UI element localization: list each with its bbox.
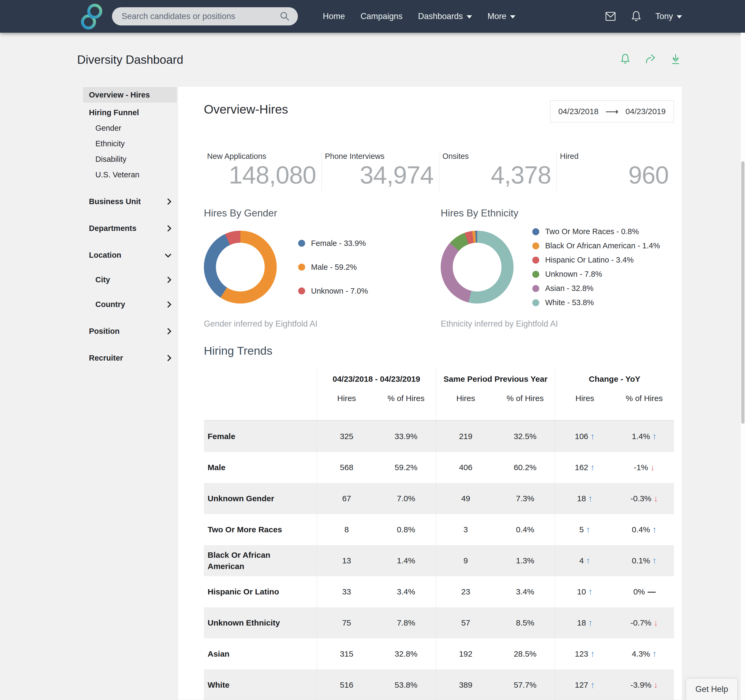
table-row: Black Or African American 13 1.4% 9 1.3%… <box>204 545 674 576</box>
legend-item-white[interactable]: White - 53.8% <box>532 298 660 307</box>
legend-item-female[interactable]: Female - 33.9% <box>298 239 368 248</box>
legend-item-black-or-african-american[interactable]: Black Or African American - 1.4% <box>532 241 660 250</box>
search-input[interactable] <box>122 12 278 21</box>
table-row: Asian 315 32.8% 192 28.5% 123↑ 4.3%↑ <box>204 639 674 670</box>
gender-legend: Female - 33.9% Male - 59.2% Unknown - 7.… <box>298 239 368 296</box>
dashboard-sidebar: Overview - Hires Hiring Funnel Gender Et… <box>83 87 177 366</box>
trend-arrow-icon: ↑ <box>591 649 595 659</box>
chevron-right-icon <box>165 328 171 334</box>
trend-arrow-icon: ↓ <box>654 618 658 628</box>
trend-arrow-icon: ↑ <box>588 494 592 504</box>
table-row: Female 325 33.9% 219 32.5% 106↑ 1.4%↑ <box>204 421 674 452</box>
chevron-down-icon <box>510 15 515 18</box>
trend-arrow-icon: ↑ <box>652 649 657 659</box>
filter-recruiter[interactable]: Recruiter <box>83 350 177 366</box>
date-end: 04/23/2019 <box>625 107 666 116</box>
trend-arrow-icon: ↓ <box>654 494 658 504</box>
legend-item-asian[interactable]: Asian - 32.8% <box>532 284 660 293</box>
filter-location[interactable]: Location <box>83 247 177 263</box>
ethnicity-caption: Ethnicity inferred by Eightfold AI <box>441 319 674 329</box>
sidebar-item-hiring-funnel[interactable]: Hiring Funnel <box>83 105 177 120</box>
table-row: Hispanic Or Latino 33 3.4% 23 3.4% 10↑ 0… <box>204 576 674 607</box>
top-navbar: Home Campaigns Dashboards More Tony <box>0 0 745 33</box>
trend-arrow-icon: ↑ <box>591 431 595 441</box>
hiring-trends-table: 04/23/2018 - 04/23/2019 Same Period Prev… <box>204 368 674 700</box>
dashboard-actions <box>619 52 682 66</box>
hires-by-gender-chart: Hires By Gender Female - 33.9% Male - 59… <box>204 208 441 329</box>
legend-dot-icon <box>532 299 539 306</box>
column-group-change-yoy: Change - YoY <box>555 368 674 390</box>
mail-icon[interactable] <box>604 10 617 23</box>
trend-arrow-icon: ↑ <box>588 618 592 628</box>
arrow-right-icon: ⟶ <box>606 106 619 117</box>
nav-right-cluster: Tony <box>604 0 682 33</box>
chevron-right-icon <box>165 198 171 205</box>
gender-donut-chart[interactable] <box>204 231 277 304</box>
chevron-right-icon <box>165 355 171 361</box>
trend-arrow-icon: ↑ <box>652 556 657 566</box>
sidebar-item-gender[interactable]: Gender <box>83 120 177 136</box>
share-icon[interactable] <box>644 52 657 66</box>
chevron-right-icon <box>165 301 171 308</box>
legend-item-unknown-gender[interactable]: Unknown - 7.0% <box>298 287 368 296</box>
table-row: Unknown Gender 67 7.0% 49 7.3% 18↑ -0.3%… <box>204 483 674 514</box>
hiring-trends-title: Hiring Trends <box>204 344 674 357</box>
user-menu[interactable]: Tony <box>655 12 682 21</box>
bell-icon[interactable] <box>630 10 643 23</box>
overview-hires-panel: Overview-Hires 04/23/2018 ⟶ 04/23/2019 N… <box>178 86 682 700</box>
chevron-down-icon <box>165 251 171 257</box>
nav-more[interactable]: More <box>488 12 516 21</box>
scrollbar-thumb[interactable] <box>741 161 745 424</box>
ethnicity-donut-chart[interactable] <box>441 231 513 304</box>
date-range-picker[interactable]: 04/23/2018 ⟶ 04/23/2019 <box>550 100 674 123</box>
filter-business-unit[interactable]: Business Unit <box>83 194 177 209</box>
nav-home[interactable]: Home <box>323 12 345 21</box>
table-row: Unknown Ethnicity 75 7.8% 57 8.5% 18↑ -0… <box>204 607 674 639</box>
get-help-button[interactable]: Get Help <box>686 678 738 700</box>
trend-arrow-icon: ↑ <box>591 462 595 473</box>
table-header-groups: 04/23/2018 - 04/23/2019 Same Period Prev… <box>204 368 674 390</box>
filter-city[interactable]: City <box>83 272 177 287</box>
filter-country[interactable]: Country <box>83 296 177 312</box>
nav-campaigns[interactable]: Campaigns <box>361 12 402 21</box>
legend-dot-icon <box>298 287 305 295</box>
trend-arrow-icon: ↑ <box>652 431 657 441</box>
table-row: Male 568 59.2% 406 60.2% 162↑ -1%↓ <box>204 452 674 483</box>
chart-title: Hires By Gender <box>204 208 441 219</box>
trend-arrow-icon: ↑ <box>588 587 592 597</box>
column-group-current-period: 04/23/2018 - 04/23/2019 <box>317 368 436 390</box>
legend-dot-icon <box>532 257 539 263</box>
legend-dot-icon <box>532 242 539 250</box>
sidebar-item-overview-hires[interactable]: Overview - Hires <box>83 87 177 103</box>
legend-item-male[interactable]: Male - 59.2% <box>298 263 368 272</box>
scrollbar-track[interactable] <box>741 33 745 700</box>
legend-dot-icon <box>532 271 539 278</box>
stat-phone-interviews: Phone Interviews 34,974 <box>322 151 439 191</box>
sidebar-item-us-veteran[interactable]: U.S. Veteran <box>83 167 177 182</box>
hires-by-ethnicity-chart: Hires By Ethnicity Two Or More Races - 0… <box>441 208 674 329</box>
chevron-down-icon <box>677 15 682 18</box>
trend-arrow-icon: ↑ <box>652 525 657 535</box>
sidebar-item-ethnicity[interactable]: Ethnicity <box>83 136 177 151</box>
subscribe-bell-icon[interactable] <box>619 52 631 66</box>
filter-departments[interactable]: Departments <box>83 220 177 236</box>
ethnicity-legend: Two Or More Races - 0.8% Black Or Africa… <box>532 227 660 307</box>
date-start: 04/23/2018 <box>558 107 598 116</box>
legend-dot-icon <box>532 228 539 235</box>
trend-arrow-icon: ↓ <box>654 680 658 690</box>
nav-dashboards[interactable]: Dashboards <box>418 12 472 21</box>
chevron-right-icon <box>165 225 171 232</box>
legend-item-unknown-ethnicity[interactable]: Unknown - 7.8% <box>532 270 660 278</box>
sidebar-item-disability[interactable]: Disability <box>83 151 177 167</box>
eightfold-logo-icon[interactable] <box>79 3 104 30</box>
donut-hole <box>216 243 265 292</box>
legend-item-two-or-more-races[interactable]: Two Or More Races - 0.8% <box>532 227 660 236</box>
chart-title: Hires By Ethnicity <box>441 208 674 219</box>
stat-new-applications: New Applications 148,080 <box>204 151 322 191</box>
filter-position[interactable]: Position <box>83 323 177 339</box>
legend-item-hispanic-or-latino[interactable]: Hispanic Or Latino - 3.4% <box>532 256 660 265</box>
user-name: Tony <box>655 12 673 21</box>
search-icon[interactable] <box>278 10 291 22</box>
donut-hole <box>453 243 501 292</box>
download-icon[interactable] <box>669 52 682 66</box>
